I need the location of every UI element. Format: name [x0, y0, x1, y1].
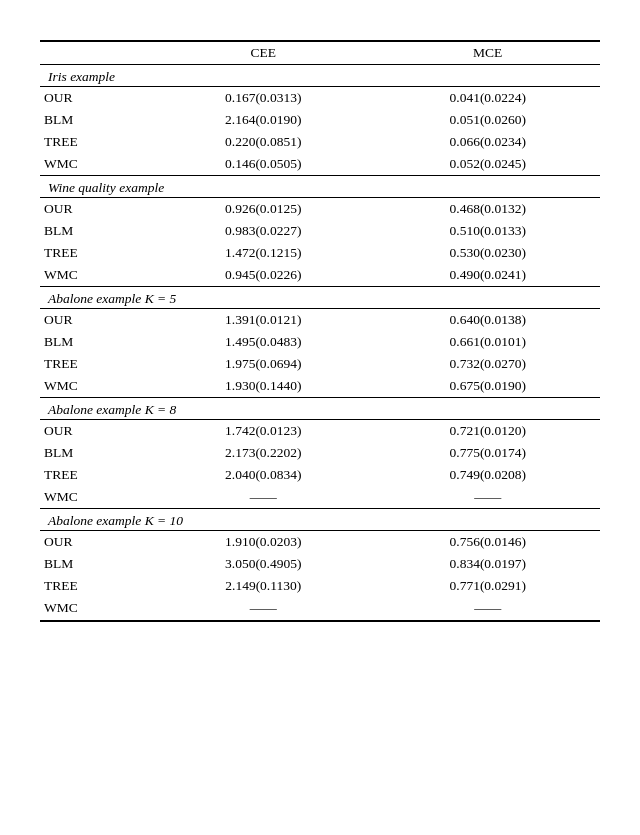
- cee-value: 0.167(0.0313): [151, 87, 375, 110]
- table-row: WMC0.146(0.0505)0.052(0.0245): [40, 153, 600, 176]
- cee-value: 1.391(0.0121): [151, 309, 375, 332]
- cee-value: 1.472(0.1215): [151, 242, 375, 264]
- section-header-label: Wine quality example: [40, 176, 600, 198]
- table-row: OUR0.926(0.0125)0.468(0.0132): [40, 198, 600, 221]
- table-row: WMC0.945(0.0226)0.490(0.0241): [40, 264, 600, 287]
- cee-value: 2.164(0.0190): [151, 109, 375, 131]
- section-header-label: Abalone example K = 10: [40, 509, 600, 531]
- section-header-row: Abalone example K = 10: [40, 509, 600, 531]
- mce-value: 0.510(0.0133): [376, 220, 601, 242]
- cee-value: 2.173(0.2202): [151, 442, 375, 464]
- cee-value: 1.742(0.0123): [151, 420, 375, 443]
- mce-value: 0.661(0.0101): [376, 331, 601, 353]
- mce-value: 0.066(0.0234): [376, 131, 601, 153]
- method-label: TREE: [40, 464, 151, 486]
- method-label: WMC: [40, 375, 151, 398]
- mce-value: 0.530(0.0230): [376, 242, 601, 264]
- method-label: BLM: [40, 442, 151, 464]
- table-row: TREE2.040(0.0834)0.749(0.0208): [40, 464, 600, 486]
- method-label: OUR: [40, 531, 151, 554]
- mce-value: ——: [376, 597, 601, 621]
- mce-value: 0.834(0.0197): [376, 553, 601, 575]
- method-label: WMC: [40, 153, 151, 176]
- section-header-label: Abalone example K = 5: [40, 287, 600, 309]
- table-row: BLM2.173(0.2202)0.775(0.0174): [40, 442, 600, 464]
- col-header-mce: MCE: [376, 41, 601, 65]
- cee-value: 1.930(0.1440): [151, 375, 375, 398]
- mce-value: 0.041(0.0224): [376, 87, 601, 110]
- cee-value: 0.146(0.0505): [151, 153, 375, 176]
- table-row: TREE0.220(0.0851)0.066(0.0234): [40, 131, 600, 153]
- method-label: BLM: [40, 331, 151, 353]
- table-row: OUR1.391(0.0121)0.640(0.0138): [40, 309, 600, 332]
- cee-value: 2.149(0.1130): [151, 575, 375, 597]
- mce-value: 0.052(0.0245): [376, 153, 601, 176]
- section-header-row: Wine quality example: [40, 176, 600, 198]
- method-label: OUR: [40, 87, 151, 110]
- mce-value: 0.749(0.0208): [376, 464, 601, 486]
- cee-value: 3.050(0.4905): [151, 553, 375, 575]
- mce-value: 0.756(0.0146): [376, 531, 601, 554]
- section-header-label: Abalone example K = 8: [40, 398, 600, 420]
- method-label: OUR: [40, 198, 151, 221]
- section-header-row: Iris example: [40, 65, 600, 87]
- cee-value: 0.945(0.0226): [151, 264, 375, 287]
- table-header-row: CEE MCE: [40, 41, 600, 65]
- mce-value: ——: [376, 486, 601, 509]
- cee-value: 0.926(0.0125): [151, 198, 375, 221]
- method-label: BLM: [40, 109, 151, 131]
- table-row: BLM3.050(0.4905)0.834(0.0197): [40, 553, 600, 575]
- cee-value: 0.220(0.0851): [151, 131, 375, 153]
- method-label: WMC: [40, 486, 151, 509]
- table-row: TREE2.149(0.1130)0.771(0.0291): [40, 575, 600, 597]
- table-row: BLM2.164(0.0190)0.051(0.0260): [40, 109, 600, 131]
- method-label: TREE: [40, 575, 151, 597]
- mce-value: 0.051(0.0260): [376, 109, 601, 131]
- table-row: WMC————: [40, 486, 600, 509]
- cee-value: ——: [151, 486, 375, 509]
- cee-value: ——: [151, 597, 375, 621]
- mce-value: 0.732(0.0270): [376, 353, 601, 375]
- table-row: WMC————: [40, 597, 600, 621]
- cee-value: 1.975(0.0694): [151, 353, 375, 375]
- mce-value: 0.675(0.0190): [376, 375, 601, 398]
- table-row: BLM0.983(0.0227)0.510(0.0133): [40, 220, 600, 242]
- table-row: OUR1.910(0.0203)0.756(0.0146): [40, 531, 600, 554]
- mce-value: 0.640(0.0138): [376, 309, 601, 332]
- cee-value: 1.495(0.0483): [151, 331, 375, 353]
- method-label: TREE: [40, 353, 151, 375]
- table-row: BLM1.495(0.0483)0.661(0.0101): [40, 331, 600, 353]
- mce-value: 0.490(0.0241): [376, 264, 601, 287]
- table-row: OUR1.742(0.0123)0.721(0.0120): [40, 420, 600, 443]
- method-label: WMC: [40, 597, 151, 621]
- table-row: TREE1.975(0.0694)0.732(0.0270): [40, 353, 600, 375]
- results-table: CEE MCE Iris exampleOUR0.167(0.0313)0.04…: [40, 40, 600, 622]
- mce-value: 0.775(0.0174): [376, 442, 601, 464]
- mce-value: 0.468(0.0132): [376, 198, 601, 221]
- method-label: WMC: [40, 264, 151, 287]
- section-header-label: Iris example: [40, 65, 600, 87]
- cee-value: 2.040(0.0834): [151, 464, 375, 486]
- table-row: OUR0.167(0.0313)0.041(0.0224): [40, 87, 600, 110]
- section-header-row: Abalone example K = 5: [40, 287, 600, 309]
- table-container: CEE MCE Iris exampleOUR0.167(0.0313)0.04…: [40, 40, 600, 622]
- mce-value: 0.771(0.0291): [376, 575, 601, 597]
- method-label: BLM: [40, 220, 151, 242]
- col-header-label: [40, 41, 151, 65]
- mce-value: 0.721(0.0120): [376, 420, 601, 443]
- method-label: TREE: [40, 131, 151, 153]
- table-row: TREE1.472(0.1215)0.530(0.0230): [40, 242, 600, 264]
- cee-value: 0.983(0.0227): [151, 220, 375, 242]
- method-label: BLM: [40, 553, 151, 575]
- col-header-cee: CEE: [151, 41, 375, 65]
- table-row: WMC1.930(0.1440)0.675(0.0190): [40, 375, 600, 398]
- method-label: TREE: [40, 242, 151, 264]
- cee-value: 1.910(0.0203): [151, 531, 375, 554]
- method-label: OUR: [40, 309, 151, 332]
- method-label: OUR: [40, 420, 151, 443]
- section-header-row: Abalone example K = 8: [40, 398, 600, 420]
